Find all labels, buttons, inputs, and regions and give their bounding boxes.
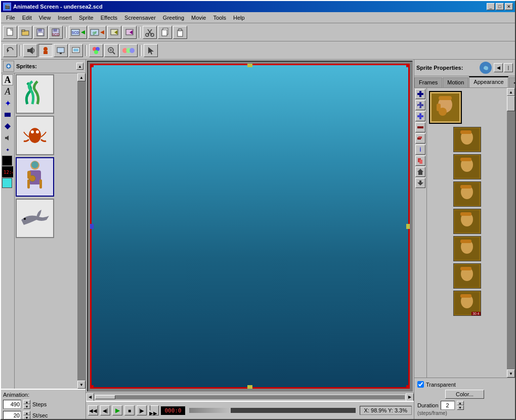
stpersec-up[interactable]: ▲: [23, 411, 30, 415]
duration-input[interactable]: [441, 401, 455, 410]
props-next-btn[interactable]: |: [504, 63, 513, 72]
dup-frame-btn[interactable]: [415, 133, 425, 144]
steps-up[interactable]: ▲: [23, 400, 30, 404]
sprite-item-creature[interactable]: [16, 116, 54, 155]
menu-insert[interactable]: Insert: [55, 14, 75, 22]
hscroll-track[interactable]: [95, 395, 405, 399]
canvas-handle-bm[interactable]: [247, 385, 252, 389]
steps-spinner[interactable]: ▲ ▼: [23, 400, 30, 409]
canvas-handle-tm[interactable]: [247, 64, 252, 67]
sound-tool[interactable]: [2, 132, 13, 144]
canvas-handle-rm[interactable]: [406, 224, 410, 229]
text-tool-a[interactable]: A: [2, 74, 13, 85]
timeline-track[interactable]: [189, 408, 356, 413]
copy-frame-btn[interactable]: [415, 156, 425, 166]
minimize-button[interactable]: _: [487, 3, 495, 10]
down-btn[interactable]: [415, 178, 425, 188]
props-prev-btn[interactable]: ◀: [494, 63, 503, 72]
tab-motion[interactable]: Motion: [443, 77, 468, 87]
canvas-handle-br[interactable]: [406, 385, 410, 389]
stop-button[interactable]: ■: [124, 405, 135, 415]
tab-frames[interactable]: Frames: [414, 77, 442, 87]
menu-view[interactable]: View: [36, 14, 54, 22]
hscroll-left[interactable]: ◀: [86, 393, 94, 401]
canvas-handle-lm[interactable]: [90, 224, 94, 229]
stpersec-spinner[interactable]: ▲ ▼: [23, 411, 30, 419]
canvas-handle-tr[interactable]: [406, 64, 410, 67]
rewind-button[interactable]: ◀|: [100, 405, 110, 415]
steps-down[interactable]: ▼: [23, 404, 30, 409]
export2-button[interactable]: [107, 26, 121, 39]
frame-2[interactable]: [453, 154, 481, 179]
duration-up[interactable]: ▲: [457, 401, 464, 405]
menu-file[interactable]: File: [3, 14, 18, 22]
frames-scroll-track[interactable]: [507, 96, 515, 369]
canvas-handle-tl[interactable]: [90, 64, 94, 67]
close-button[interactable]: ✕: [505, 3, 513, 10]
frame-0[interactable]: [429, 91, 462, 124]
frame-5[interactable]: [453, 236, 481, 261]
play-button[interactable]: ▶: [112, 405, 122, 415]
plus-circle-tool[interactable]: ✦: [2, 144, 13, 155]
menu-movie[interactable]: Movie: [188, 14, 209, 22]
color-button[interactable]: [89, 44, 103, 57]
sprite-item-diver[interactable]: [16, 157, 54, 197]
tab-appearance[interactable]: Appearance: [469, 76, 508, 87]
home-btn[interactable]: [415, 167, 425, 177]
rectangle-tool[interactable]: [2, 109, 13, 120]
frame-6[interactable]: [453, 263, 481, 289]
copy-button[interactable]: [158, 26, 172, 39]
frames-scroll-thumb[interactable]: [507, 96, 515, 111]
menu-effects[interactable]: Effects: [98, 14, 120, 22]
frame-1[interactable]: [453, 127, 481, 152]
zoom-button[interactable]: [104, 44, 118, 57]
stpersec-input[interactable]: [3, 411, 21, 419]
tab-prev[interactable]: ◀: [509, 77, 515, 87]
forward-button[interactable]: |▶: [137, 405, 147, 415]
sprites-scroll-up[interactable]: ▲: [76, 63, 83, 70]
open-button[interactable]: [18, 26, 32, 39]
text-tool-italic[interactable]: A: [2, 86, 13, 97]
forward-end-button[interactable]: |▶▶: [149, 405, 159, 415]
sprites-scroll-up-btn[interactable]: ▲: [77, 73, 85, 81]
menu-greeting[interactable]: Greeting: [160, 14, 187, 22]
screen-button[interactable]: [54, 44, 68, 57]
frames-scroll-down[interactable]: ▼: [507, 369, 515, 378]
sprite-item-seaweed[interactable]: [16, 74, 54, 114]
stpersec-down[interactable]: ▼: [23, 415, 30, 419]
canvas-wrapper[interactable]: [87, 61, 413, 392]
color-swatch-cyan[interactable]: [2, 178, 12, 188]
delete-frame-btn[interactable]: [415, 122, 425, 132]
add-frame-btn[interactable]: [415, 89, 425, 99]
sprites-scroll-track[interactable]: [77, 81, 85, 381]
hscroll-right[interactable]: ▶: [406, 393, 414, 401]
steps-input[interactable]: [3, 400, 21, 409]
menu-edit[interactable]: Edit: [19, 14, 35, 22]
info-btn[interactable]: i: [415, 145, 425, 155]
export-scd-button[interactable]: SCD: [69, 26, 87, 39]
menu-help[interactable]: Help: [230, 14, 248, 22]
paste-button[interactable]: [173, 26, 187, 39]
sound-button[interactable]: [23, 44, 37, 57]
menu-screensaver[interactable]: Screensaver: [121, 14, 159, 22]
canvas-handle-bl[interactable]: [90, 385, 94, 389]
frame-4[interactable]: [453, 209, 481, 234]
frames-scroll-up[interactable]: ▲: [507, 88, 515, 96]
frame-7[interactable]: 30:4: [453, 291, 481, 316]
maximize-button[interactable]: □: [496, 3, 504, 10]
menu-tools[interactable]: Tools: [210, 14, 229, 22]
export3-button[interactable]: [122, 26, 137, 39]
screen2-button[interactable]: [69, 44, 83, 57]
undo-button[interactable]: [3, 44, 17, 57]
frame-3[interactable]: [453, 181, 481, 207]
cut-button[interactable]: [143, 26, 157, 39]
color-button-appearance[interactable]: Color...: [445, 390, 484, 399]
duration-down[interactable]: ▼: [457, 405, 464, 410]
add-frame2-btn[interactable]: A: [415, 100, 425, 110]
plus-tool[interactable]: ✦: [2, 98, 13, 109]
cursor-button[interactable]: [144, 44, 158, 57]
sprite-add-icon[interactable]: [3, 61, 14, 72]
transparent-checkbox[interactable]: [417, 381, 424, 388]
menu-sprite[interactable]: Sprite: [76, 14, 97, 22]
add-frame3-btn[interactable]: [415, 111, 425, 121]
